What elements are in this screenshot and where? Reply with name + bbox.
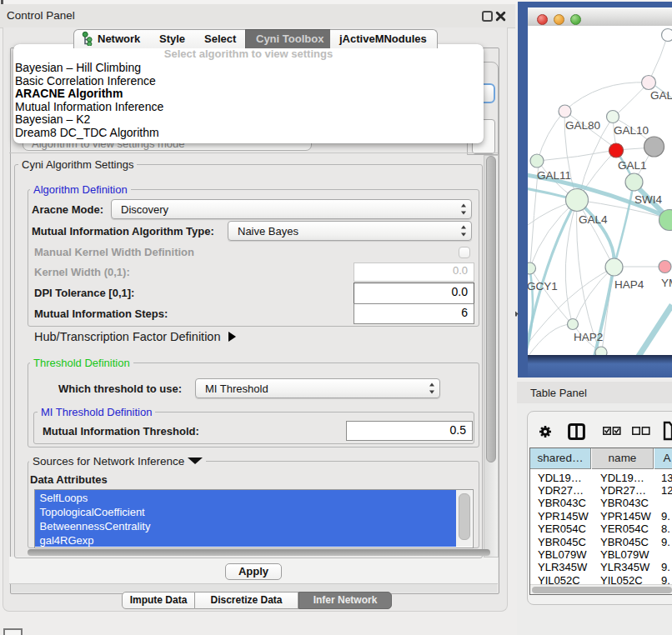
svg-text:GAL11: GAL11 [537, 169, 571, 182]
svg-text:GAL4: GAL4 [579, 213, 608, 226]
svg-text:GCY1: GCY1 [528, 280, 558, 292]
svg-text:GAL1: GAL1 [618, 159, 647, 172]
svg-text:SWI4: SWI4 [634, 193, 662, 206]
svg-text:YM: YM [661, 277, 672, 289]
svg-text:HAP2: HAP2 [574, 331, 603, 343]
svg-text:GAL10: GAL10 [614, 124, 649, 137]
svg-text:HAP4: HAP4 [614, 278, 644, 291]
svg-text:GAL7: GAL7 [650, 89, 672, 102]
svg-text:GAL80: GAL80 [565, 119, 600, 132]
